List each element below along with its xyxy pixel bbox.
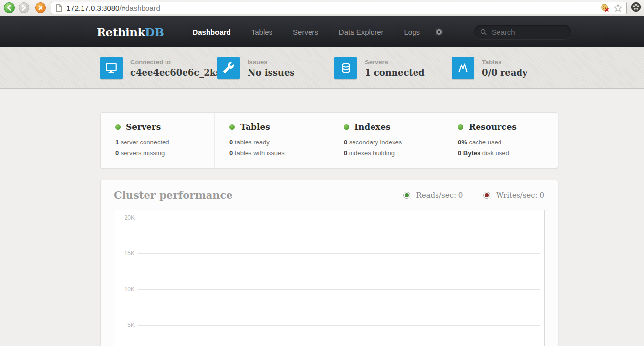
forward-button[interactable] bbox=[19, 2, 29, 13]
forward-icon bbox=[19, 2, 29, 13]
status-ok-dot bbox=[344, 124, 349, 130]
page-icon bbox=[55, 4, 62, 12]
summary-line: 0 servers missing bbox=[115, 148, 214, 159]
cluster-performance-panel: Cluster performance Reads/sec: 0 Writes/… bbox=[100, 180, 558, 346]
logo-accent: DB bbox=[145, 25, 164, 39]
status-label: Servers bbox=[365, 59, 425, 66]
chart-legend: Reads/sec: 0 Writes/sec: 0 bbox=[403, 191, 544, 200]
legend-label: Reads/sec: 0 bbox=[416, 191, 463, 200]
nav-menu: Dashboard Tables Servers Data Explorer L… bbox=[182, 28, 430, 36]
performance-title: Cluster performance bbox=[114, 189, 403, 201]
browser-toolbar: 172.17.0.3:8080/#dashboard bbox=[0, 0, 644, 16]
summary-indexes: Indexes 0 secondary indexes 0 indexes bu… bbox=[329, 113, 443, 168]
gridline-15k: 15K bbox=[114, 250, 544, 257]
status-issues: Issues No issues bbox=[217, 57, 334, 79]
app-navbar: RethinkDB Dashboard Tables Servers Data … bbox=[0, 16, 644, 47]
summary-line-text: tables with issues bbox=[233, 149, 285, 157]
summary-line: 0 indexes building bbox=[344, 148, 443, 159]
rethinkdb-logo[interactable]: RethinkDB bbox=[97, 25, 164, 39]
summary-line-number: 0 Bytes bbox=[458, 149, 480, 157]
summary-line: 0 tables ready bbox=[229, 137, 329, 148]
summary-title: Indexes bbox=[354, 122, 391, 132]
dashboard-content: Servers 1 server connected 0 servers mis… bbox=[100, 112, 558, 346]
nav-item-tables[interactable]: Tables bbox=[241, 28, 283, 36]
status-label: Connected to bbox=[130, 59, 221, 66]
status-label: Tables bbox=[482, 59, 528, 66]
y-tick-label: 20K bbox=[118, 214, 135, 221]
status-label: Issues bbox=[248, 59, 295, 66]
search-icon bbox=[480, 28, 487, 36]
summary-servers: Servers 1 server connected 0 servers mis… bbox=[101, 113, 215, 168]
extension-reel-icon bbox=[631, 2, 641, 12]
y-tick-label: 5K bbox=[118, 322, 135, 328]
gridline-20k: 20K bbox=[114, 214, 544, 221]
search-input[interactable] bbox=[492, 28, 560, 36]
back-icon bbox=[4, 2, 14, 13]
summary-line-text: tables ready bbox=[233, 139, 269, 146]
status-ok-dot bbox=[458, 124, 463, 130]
summary-line-text: disk used bbox=[480, 149, 509, 157]
summary-line: 0 secondary indexes bbox=[344, 137, 443, 148]
performance-chart: 20K 15K 10K 5K bbox=[114, 210, 545, 346]
summary-line: 0 tables with issues bbox=[229, 148, 329, 159]
summary-resources: Resources 0% cache used 0 Bytes disk use… bbox=[443, 113, 558, 168]
summary-tables: Tables 0 tables ready 0 tables with issu… bbox=[215, 113, 329, 168]
legend-writes: Writes/sec: 0 bbox=[483, 191, 544, 200]
nav-item-data-explorer[interactable]: Data Explorer bbox=[329, 28, 394, 36]
logo-primary: Rethink bbox=[97, 25, 145, 39]
gridline-5k: 5K bbox=[114, 322, 544, 328]
gear-icon bbox=[435, 28, 443, 36]
url-host: 172.17.0.3:8080 bbox=[66, 4, 119, 12]
monitor-icon bbox=[100, 57, 123, 79]
summary-line-text: servers missing bbox=[119, 149, 165, 157]
status-value: 1 connected bbox=[365, 67, 425, 78]
legend-label: Writes/sec: 0 bbox=[496, 191, 544, 200]
nav-item-dashboard[interactable]: Dashboard bbox=[182, 28, 241, 36]
stop-button[interactable] bbox=[35, 2, 46, 13]
bookmark-star-icon[interactable] bbox=[613, 3, 623, 13]
summary-line-number: 0% bbox=[458, 139, 467, 146]
cookie-blocked-icon[interactable] bbox=[601, 3, 609, 12]
status-tables: Tables 0/0 ready bbox=[452, 57, 569, 79]
status-ok-dot bbox=[115, 124, 121, 130]
summary-title: Tables bbox=[240, 122, 270, 132]
summary-line: 0 Bytes disk used bbox=[458, 148, 558, 159]
y-tick-label: 10K bbox=[118, 286, 135, 293]
address-bar[interactable]: 172.17.0.3:8080/#dashboard bbox=[51, 2, 627, 14]
legend-reads: Reads/sec: 0 bbox=[403, 191, 463, 200]
y-tick-label: 15K bbox=[118, 250, 135, 257]
database-icon bbox=[334, 57, 357, 79]
status-value: c4ee4ec60e6c_2ks bbox=[130, 67, 221, 78]
gridline-10k: 10K bbox=[114, 286, 544, 293]
summary-line-text: secondary indexes bbox=[347, 139, 402, 146]
cluster-summary-panel: Servers 1 server connected 0 servers mis… bbox=[100, 112, 558, 168]
summary-line-text: cache used bbox=[467, 139, 501, 146]
nav-item-servers[interactable]: Servers bbox=[283, 28, 329, 36]
url-text: 172.17.0.3:8080/#dashboard bbox=[66, 4, 601, 12]
status-ok-dot bbox=[229, 124, 235, 130]
stop-icon bbox=[36, 2, 45, 13]
nav-item-logs[interactable]: Logs bbox=[394, 28, 431, 36]
settings-button[interactable] bbox=[435, 28, 443, 36]
extension-button[interactable] bbox=[631, 2, 641, 14]
back-button[interactable] bbox=[4, 2, 15, 13]
summary-title: Resources bbox=[469, 122, 517, 132]
summary-line: 0% cache used bbox=[458, 137, 558, 148]
status-connected: Connected to c4ee4ec60e6c_2ks bbox=[100, 57, 217, 79]
url-path: /#dashboard bbox=[119, 4, 160, 12]
cluster-status-bar: Connected to c4ee4ec60e6c_2ks Issues No … bbox=[0, 47, 644, 89]
status-servers: Servers 1 connected bbox=[334, 57, 452, 79]
search-box[interactable] bbox=[474, 25, 571, 39]
status-value: No issues bbox=[248, 67, 295, 78]
summary-line-text: server connected bbox=[119, 139, 169, 146]
reads-marker-icon bbox=[403, 192, 410, 199]
summary-line-text: indexes building bbox=[347, 149, 395, 157]
graph-icon bbox=[452, 57, 474, 79]
summary-line: 1 server connected bbox=[115, 137, 214, 148]
nav-divider bbox=[459, 22, 459, 41]
writes-marker-icon bbox=[483, 192, 490, 199]
wrench-icon bbox=[217, 57, 240, 79]
status-value: 0/0 ready bbox=[482, 67, 528, 78]
summary-title: Servers bbox=[126, 122, 161, 132]
